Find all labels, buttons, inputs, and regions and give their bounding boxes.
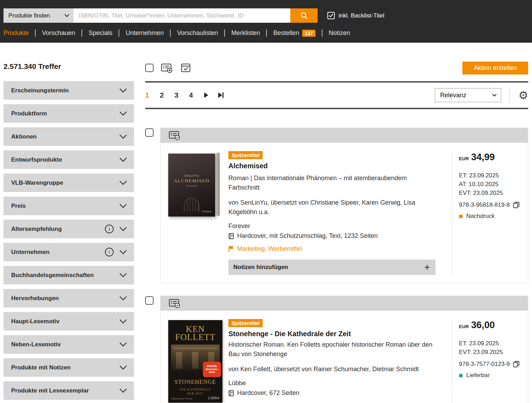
product-title[interactable]: Alchemised <box>228 162 434 170</box>
filter-label: Haupt-Lesemotiv <box>11 318 119 325</box>
cover-subtitle: DIE KATHEDRALE DER ZEIT <box>180 388 211 396</box>
nav-specials[interactable]: Specials <box>82 29 119 37</box>
filter-label: Neben-Lesemotiv <box>11 341 119 348</box>
order-box-icon[interactable] <box>180 62 191 73</box>
filter-neben-lesemotiv[interactable]: Neben-Lesemotiv <box>3 335 134 354</box>
book-pages-edge <box>215 153 220 216</box>
info-icon[interactable]: i <box>105 248 114 256</box>
filter-label: Hervorhebungen <box>11 295 119 302</box>
result-checkbox[interactable] <box>145 128 154 137</box>
add-to-list-icon[interactable] <box>161 62 173 73</box>
status-row: Lieferbar <box>459 372 525 379</box>
bestellen-count-badge: 127 <box>302 30 315 37</box>
sort-group: Relevanz ⚙ <box>435 88 528 102</box>
isbn-row: 978-3-95818-819-8 <box>459 202 525 208</box>
purchase-info: EUR 36,00 ET: 23.09.2025 EVT: 23.09.2025… <box>452 319 527 403</box>
add-notes-label: Notizen hinzufügen <box>233 264 288 271</box>
filter-entwurfsprodukte[interactable]: Entwurfsprodukte <box>3 150 134 169</box>
result-item: SenLinYu ALCHEMISED ROMAN Forever Spitze… <box>145 128 528 283</box>
filter-buchhandelsgemeinschaften[interactable]: Buchhandelsgemeinschaften <box>3 266 134 284</box>
chevron-down-icon <box>119 273 127 277</box>
chevron-down-icon <box>119 342 127 347</box>
nav-notizen[interactable]: Notizen <box>322 29 356 37</box>
product-title[interactable]: Stonehenge - Die Kathedrale der Zeit <box>228 330 434 338</box>
filter-preis[interactable]: Preis <box>3 197 134 215</box>
status-dot <box>459 374 463 377</box>
cover-front: SenLinYu ALCHEMISED ROMAN Forever <box>168 154 215 217</box>
status-row: Nachdruck <box>459 213 525 220</box>
cover-author: KEN FOLLETT <box>175 325 215 341</box>
result-item: KEN FOLLETT SPIEGEL Bestseller- Autor ST… <box>145 296 528 403</box>
result-checkbox[interactable] <box>145 296 154 305</box>
next-page-icon[interactable] <box>204 92 209 98</box>
nav-merklisten[interactable]: Merklisten <box>225 29 266 37</box>
cover-title: ALCHEMISED <box>174 178 210 184</box>
nav-vorschaulisten[interactable]: Vorschaulisten <box>171 29 224 37</box>
nav-bestellen[interactable]: Bestellen 127 <box>267 29 321 37</box>
edit-list-icon[interactable] <box>168 130 181 141</box>
last-page-icon[interactable] <box>218 92 224 98</box>
chevron-down-icon <box>119 111 127 116</box>
filter-produkte-mit-leseexemplar[interactable]: Produkte mit Leseexemplar <box>3 381 134 400</box>
create-action-button[interactable]: Aktion erstellen <box>462 62 528 75</box>
sort-select[interactable]: Relevanz <box>435 88 501 102</box>
filter-label: Preis <box>11 203 119 210</box>
cover-imprint: Lübbe <box>208 396 220 400</box>
search-button[interactable] <box>290 8 318 23</box>
book-cover[interactable]: SenLinYu ALCHEMISED ROMAN Forever <box>168 151 228 275</box>
add-notes-bar[interactable]: Notizen hinzufügen + <box>228 260 435 275</box>
nav-produkte[interactable]: Produkte <box>3 29 35 37</box>
nav-vorschauen[interactable]: Vorschauen <box>36 29 81 37</box>
product-format: Hardcover, mit Schutzumschlag, Text, 123… <box>228 232 434 240</box>
info-icon[interactable]: i <box>105 225 114 233</box>
page-1[interactable]: 1 <box>145 91 149 99</box>
nav-unternehmen[interactable]: Unternehmen <box>119 29 170 37</box>
filter-label: Aktionen <box>11 133 119 140</box>
flag-icon <box>228 246 234 252</box>
search-input[interactable] <box>73 8 290 23</box>
tag-links[interactable]: Marketing, Werbemittel <box>237 245 302 253</box>
results-area: Aktion erstellen 1 2 3 4 Relevanz ⚙ <box>145 60 528 403</box>
edit-list-icon[interactable] <box>168 298 181 309</box>
purchase-info: EUR 34,99 ET: 23.09.2025 AT: 10.10.2025 … <box>452 151 527 275</box>
cover-genre: Historischer Roman <box>171 397 192 400</box>
product-tags: Marketing, Werbemittel <box>228 245 434 253</box>
spiegel-bestseller-badge: SPIEGEL Bestseller- Autor <box>203 362 221 377</box>
filter-unternehmen[interactable]: Unternehmeni <box>3 243 134 261</box>
page-4[interactable]: 4 <box>189 91 193 99</box>
isbn: 978-3-7577-0123-9 <box>459 361 510 368</box>
product-info: Spitzentitel Alchemised Roman | Das inte… <box>228 151 452 275</box>
settings-gear-icon[interactable]: ⚙ <box>518 90 528 101</box>
page-2[interactable]: 2 <box>160 91 164 99</box>
search-scope-select[interactable]: Produkte finden <box>3 8 73 23</box>
book-cover[interactable]: KEN FOLLETT SPIEGEL Bestseller- Autor ST… <box>168 319 228 403</box>
filter-vlb-warengruppe[interactable]: VLB-Warengruppe <box>3 174 134 192</box>
cover-title: STONEHENGE <box>175 379 216 386</box>
divider <box>145 81 528 83</box>
page-3[interactable]: 3 <box>174 91 178 99</box>
backlist-label: inkl. Backlist-Titel <box>339 12 384 19</box>
copy-icon[interactable] <box>513 361 520 368</box>
backlist-checkbox[interactable] <box>327 12 335 19</box>
filter-label: Buchhandelsgemeinschaften <box>11 272 119 279</box>
filter-altersempfehlung[interactable]: Altersempfehlungi <box>3 220 134 238</box>
filter-produktform[interactable]: Produktform <box>3 104 134 123</box>
chevron-down-icon <box>119 250 127 254</box>
chevron-down-icon <box>119 134 127 139</box>
filter-label: Produktform <box>11 110 119 117</box>
plus-icon: + <box>424 262 430 273</box>
product-info: Spitzentitel Stonehenge - Die Kathedrale… <box>228 319 452 403</box>
filter-hervorhebungen[interactable]: Hervorhebungen <box>3 289 134 307</box>
filter-aktionen[interactable]: Aktionen <box>3 127 134 146</box>
filter-produkte-mit-notizen[interactable]: Produkte mit Notizen <box>3 358 134 377</box>
result-count: 2.571.340 Treffer <box>3 62 134 71</box>
stone <box>192 352 198 369</box>
filter-label: Erscheinungstermin <box>11 87 119 94</box>
copy-icon[interactable] <box>513 202 520 208</box>
select-all-checkbox[interactable] <box>145 64 154 72</box>
search-row: Produkte finden inkl. Backlist-Titel <box>3 8 384 23</box>
isbn: 978-3-95818-819-8 <box>459 202 510 208</box>
filter-haupt-lesemotiv[interactable]: Haupt-Lesemotiv <box>3 312 134 331</box>
chevron-down-icon <box>119 88 127 93</box>
filter-erscheinungstermin[interactable]: Erscheinungstermin <box>3 81 134 100</box>
